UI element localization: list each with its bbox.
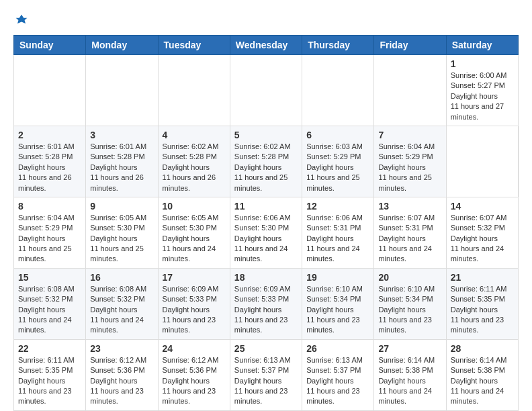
cell-text: Sunrise: 6:05 AMSunset: 5:30 PMDaylight … bbox=[90, 214, 146, 263]
calendar-cell bbox=[302, 55, 374, 126]
day-number: 13 bbox=[378, 201, 441, 212]
day-number: 21 bbox=[451, 272, 514, 283]
calendar-week-row: 8 Sunrise: 6:04 AMSunset: 5:29 PMDayligh… bbox=[14, 197, 519, 268]
calendar-cell: 15 Sunrise: 6:08 AMSunset: 5:32 PMDaylig… bbox=[14, 268, 86, 339]
calendar-cell: 27 Sunrise: 6:14 AMSunset: 5:38 PMDaylig… bbox=[374, 339, 446, 410]
calendar-day-header: Monday bbox=[86, 36, 158, 55]
calendar-header-row: SundayMondayTuesdayWednesdayThursdayFrid… bbox=[14, 36, 519, 55]
calendar-cell: 14 Sunrise: 6:07 AMSunset: 5:32 PMDaylig… bbox=[446, 197, 518, 268]
calendar-day-header: Sunday bbox=[14, 36, 86, 55]
day-number: 26 bbox=[306, 343, 369, 354]
cell-text: Sunrise: 6:06 AMSunset: 5:30 PMDaylight … bbox=[234, 214, 291, 263]
day-number: 17 bbox=[163, 272, 226, 283]
calendar-cell: 9 Sunrise: 6:05 AMSunset: 5:30 PMDayligh… bbox=[86, 197, 158, 268]
day-number: 20 bbox=[378, 272, 441, 283]
day-number: 14 bbox=[451, 201, 514, 212]
cell-text: Sunrise: 6:04 AMSunset: 5:29 PMDaylight … bbox=[18, 214, 75, 263]
cell-text: Sunrise: 6:14 AMSunset: 5:38 PMDaylight … bbox=[378, 356, 435, 406]
calendar-day-header: Wednesday bbox=[230, 36, 302, 55]
cell-text: Sunrise: 6:07 AMSunset: 5:32 PMDaylight … bbox=[451, 214, 507, 263]
calendar-cell: 13 Sunrise: 6:07 AMSunset: 5:31 PMDaylig… bbox=[374, 197, 446, 268]
calendar-cell: 24 Sunrise: 6:12 AMSunset: 5:36 PMDaylig… bbox=[158, 339, 230, 410]
calendar-day-header: Friday bbox=[374, 36, 446, 55]
calendar-cell: 1 Sunrise: 6:00 AMSunset: 5:27 PMDayligh… bbox=[446, 55, 518, 126]
day-number: 22 bbox=[18, 343, 81, 354]
calendar-table: SundayMondayTuesdayWednesdayThursdayFrid… bbox=[13, 35, 519, 411]
calendar-day-header: Tuesday bbox=[158, 36, 230, 55]
calendar-cell: 20 Sunrise: 6:10 AMSunset: 5:34 PMDaylig… bbox=[374, 268, 446, 339]
cell-text: Sunrise: 6:13 AMSunset: 5:37 PMDaylight … bbox=[234, 356, 291, 406]
cell-text: Sunrise: 6:01 AMSunset: 5:28 PMDaylight … bbox=[18, 142, 75, 192]
calendar-cell bbox=[14, 55, 86, 126]
day-number: 12 bbox=[306, 201, 369, 212]
day-number: 1 bbox=[451, 58, 514, 69]
cell-text: Sunrise: 6:05 AMSunset: 5:30 PMDaylight … bbox=[163, 214, 219, 263]
cell-text: Sunrise: 6:11 AMSunset: 5:35 PMDaylight … bbox=[18, 356, 75, 406]
calendar-cell: 2 Sunrise: 6:01 AMSunset: 5:28 PMDayligh… bbox=[14, 126, 86, 197]
calendar-week-row: 22 Sunrise: 6:11 AMSunset: 5:35 PMDaylig… bbox=[14, 339, 519, 410]
calendar-header: SundayMondayTuesdayWednesdayThursdayFrid… bbox=[14, 36, 519, 55]
day-number: 11 bbox=[234, 201, 298, 212]
calendar-day-header: Thursday bbox=[302, 36, 374, 55]
calendar-cell: 12 Sunrise: 6:06 AMSunset: 5:31 PMDaylig… bbox=[302, 197, 374, 268]
day-number: 15 bbox=[18, 272, 81, 283]
calendar-week-row: 1 Sunrise: 6:00 AMSunset: 5:27 PMDayligh… bbox=[14, 55, 519, 126]
cell-text: Sunrise: 6:01 AMSunset: 5:28 PMDaylight … bbox=[90, 142, 146, 192]
calendar-cell: 10 Sunrise: 6:05 AMSunset: 5:30 PMDaylig… bbox=[158, 197, 230, 268]
calendar-cell: 6 Sunrise: 6:03 AMSunset: 5:29 PMDayligh… bbox=[302, 126, 374, 197]
calendar-cell bbox=[374, 55, 446, 126]
day-number: 18 bbox=[234, 272, 298, 283]
cell-text: Sunrise: 6:09 AMSunset: 5:33 PMDaylight … bbox=[163, 285, 219, 334]
calendar-cell: 28 Sunrise: 6:14 AMSunset: 5:38 PMDaylig… bbox=[446, 339, 518, 410]
calendar-cell: 3 Sunrise: 6:01 AMSunset: 5:28 PMDayligh… bbox=[86, 126, 158, 197]
cell-text: Sunrise: 6:10 AMSunset: 5:34 PMDaylight … bbox=[306, 285, 363, 334]
day-number: 4 bbox=[163, 130, 226, 140]
calendar-cell: 4 Sunrise: 6:02 AMSunset: 5:28 PMDayligh… bbox=[158, 126, 230, 197]
calendar-cell: 7 Sunrise: 6:04 AMSunset: 5:29 PMDayligh… bbox=[374, 126, 446, 197]
day-number: 3 bbox=[90, 130, 153, 140]
cell-text: Sunrise: 6:03 AMSunset: 5:29 PMDaylight … bbox=[306, 142, 363, 192]
day-number: 7 bbox=[378, 130, 441, 140]
day-number: 8 bbox=[18, 201, 81, 212]
logo-icon bbox=[15, 13, 28, 27]
cell-text: Sunrise: 6:04 AMSunset: 5:29 PMDaylight … bbox=[378, 142, 435, 192]
cell-text: Sunrise: 6:12 AMSunset: 5:36 PMDaylight … bbox=[163, 356, 219, 406]
cell-text: Sunrise: 6:10 AMSunset: 5:34 PMDaylight … bbox=[378, 285, 435, 334]
calendar-cell: 23 Sunrise: 6:12 AMSunset: 5:36 PMDaylig… bbox=[86, 339, 158, 410]
cell-text: Sunrise: 6:07 AMSunset: 5:31 PMDaylight … bbox=[378, 214, 435, 263]
cell-text: Sunrise: 6:02 AMSunset: 5:28 PMDaylight … bbox=[163, 142, 219, 192]
cell-text: Sunrise: 6:11 AMSunset: 5:35 PMDaylight … bbox=[451, 285, 507, 334]
calendar-cell: 21 Sunrise: 6:11 AMSunset: 5:35 PMDaylig… bbox=[446, 268, 518, 339]
calendar-cell: 8 Sunrise: 6:04 AMSunset: 5:29 PMDayligh… bbox=[14, 197, 86, 268]
day-number: 25 bbox=[234, 343, 298, 354]
calendar-cell bbox=[158, 55, 230, 126]
cell-text: Sunrise: 6:08 AMSunset: 5:32 PMDaylight … bbox=[90, 285, 146, 334]
day-number: 27 bbox=[378, 343, 441, 354]
day-number: 19 bbox=[306, 272, 369, 283]
cell-text: Sunrise: 6:14 AMSunset: 5:38 PMDaylight … bbox=[451, 356, 507, 406]
day-number: 23 bbox=[90, 343, 153, 354]
day-number: 16 bbox=[90, 272, 153, 283]
day-number: 24 bbox=[163, 343, 226, 354]
calendar-body: 1 Sunrise: 6:00 AMSunset: 5:27 PMDayligh… bbox=[14, 55, 519, 412]
page-header bbox=[13, 13, 519, 24]
day-number: 28 bbox=[451, 343, 514, 354]
calendar-cell: 17 Sunrise: 6:09 AMSunset: 5:33 PMDaylig… bbox=[158, 268, 230, 339]
calendar-cell: 11 Sunrise: 6:06 AMSunset: 5:30 PMDaylig… bbox=[230, 197, 302, 268]
calendar-week-row: 2 Sunrise: 6:01 AMSunset: 5:28 PMDayligh… bbox=[14, 126, 519, 197]
cell-text: Sunrise: 6:06 AMSunset: 5:31 PMDaylight … bbox=[306, 214, 363, 263]
calendar-cell: 18 Sunrise: 6:09 AMSunset: 5:33 PMDaylig… bbox=[230, 268, 302, 339]
day-number: 6 bbox=[306, 130, 369, 140]
calendar-cell: 16 Sunrise: 6:08 AMSunset: 5:32 PMDaylig… bbox=[86, 268, 158, 339]
cell-text: Sunrise: 6:09 AMSunset: 5:33 PMDaylight … bbox=[234, 285, 291, 334]
calendar-cell bbox=[230, 55, 302, 126]
cell-text: Sunrise: 6:02 AMSunset: 5:28 PMDaylight … bbox=[234, 142, 291, 192]
logo bbox=[13, 13, 28, 24]
day-number: 5 bbox=[234, 130, 298, 140]
cell-text: Sunrise: 6:12 AMSunset: 5:36 PMDaylight … bbox=[90, 356, 146, 406]
calendar-cell: 19 Sunrise: 6:10 AMSunset: 5:34 PMDaylig… bbox=[302, 268, 374, 339]
calendar-cell: 22 Sunrise: 6:11 AMSunset: 5:35 PMDaylig… bbox=[14, 339, 86, 410]
calendar-cell: 5 Sunrise: 6:02 AMSunset: 5:28 PMDayligh… bbox=[230, 126, 302, 197]
calendar-cell: 25 Sunrise: 6:13 AMSunset: 5:37 PMDaylig… bbox=[230, 339, 302, 410]
cell-text: Sunrise: 6:13 AMSunset: 5:37 PMDaylight … bbox=[306, 356, 363, 406]
